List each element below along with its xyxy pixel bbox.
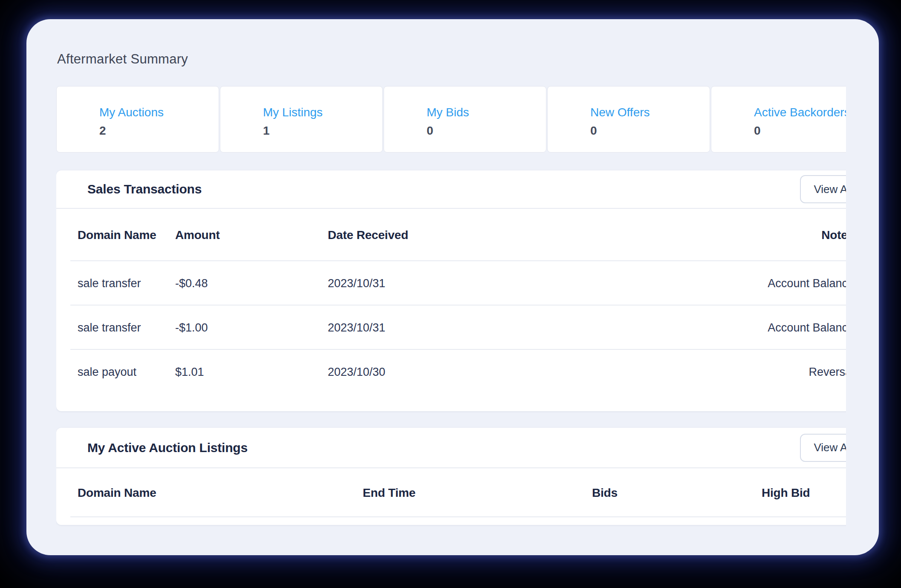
active-auction-listings-card: My Active Auction Listings View All Doma… bbox=[56, 428, 846, 525]
sales-column-header-domain-name: Domain Name bbox=[78, 228, 156, 242]
cell-date-received: 2023/10/31 bbox=[328, 277, 385, 290]
stat-link-my-bids[interactable]: My Bids bbox=[427, 106, 469, 119]
stat-link-my-auctions[interactable]: My Auctions bbox=[99, 106, 164, 119]
active-auction-listings-title: My Active Auction Listings bbox=[87, 441, 248, 455]
aftermarket-summary-panel: Aftermarket Summary My Auctions 2 My Lis… bbox=[26, 19, 879, 555]
page-background: { "header": { "title": "Aftermarket Summ… bbox=[0, 0, 901, 588]
sales-view-all-button[interactable]: View All bbox=[800, 175, 846, 203]
auctions-table-header-row: Domain Name End Time Bids High Bid bbox=[56, 468, 846, 517]
cell-date-received: 2023/10/31 bbox=[328, 321, 385, 334]
sales-table-header-row: Domain Name Amount Date Received Notes bbox=[56, 209, 846, 261]
content: Aftermarket Summary My Auctions 2 My Lis… bbox=[56, 51, 846, 525]
sales-column-header-date-received: Date Received bbox=[328, 228, 408, 242]
stat-link-active-backorders[interactable]: Active Backorders bbox=[754, 106, 846, 119]
cell-amount: -$1.00 bbox=[175, 321, 208, 334]
stat-value-my-listings: 1 bbox=[263, 124, 382, 138]
sales-transactions-card: Sales Transactions View All Domain Name … bbox=[56, 170, 846, 411]
stat-card-my-listings: My Listings 1 bbox=[220, 86, 383, 153]
cell-date-received: 2023/10/30 bbox=[328, 366, 385, 379]
stat-link-my-listings[interactable]: My Listings bbox=[263, 106, 323, 119]
stat-value-active-backorders: 0 bbox=[754, 124, 846, 138]
cell-domain-name: sale payout bbox=[78, 366, 136, 379]
stat-card-my-bids: My Bids 0 bbox=[384, 86, 546, 153]
cell-domain-name: sale transfer bbox=[78, 321, 141, 334]
stat-card-my-auctions: My Auctions 2 bbox=[56, 86, 219, 153]
cell-amount: $1.01 bbox=[175, 366, 204, 379]
sales-transactions-title: Sales Transactions bbox=[87, 182, 202, 196]
stat-value-my-bids: 0 bbox=[427, 124, 546, 138]
stat-value-my-auctions: 2 bbox=[99, 124, 219, 138]
sales-table-row: sale transfer -$1.00 2023/10/31 Account … bbox=[56, 306, 846, 350]
stat-link-new-offers[interactable]: New Offers bbox=[590, 106, 650, 119]
cell-notes: Reversal bbox=[809, 366, 846, 379]
sales-column-header-notes: Notes bbox=[821, 228, 846, 242]
auctions-column-header-end-time: End Time bbox=[363, 486, 416, 500]
cell-amount: -$0.48 bbox=[175, 277, 208, 290]
sales-column-header-amount: Amount bbox=[175, 228, 220, 242]
cell-domain-name: sale transfer bbox=[78, 277, 141, 290]
sales-table-row: sale transfer -$0.48 2023/10/31 Account … bbox=[56, 261, 846, 306]
content-clip-area: Aftermarket Summary My Auctions 2 My Lis… bbox=[56, 19, 846, 555]
stats-row: My Auctions 2 My Listings 1 My Bids 0 Ne… bbox=[56, 86, 846, 153]
sales-transactions-header: Sales Transactions View All bbox=[56, 170, 846, 209]
auctions-view-all-button[interactable]: View All bbox=[800, 434, 846, 462]
page-title: Aftermarket Summary bbox=[57, 51, 846, 67]
stat-card-active-backorders: Active Backorders 0 bbox=[711, 86, 846, 153]
auctions-column-header-bids: Bids bbox=[592, 486, 618, 500]
active-auction-listings-header: My Active Auction Listings View All bbox=[56, 428, 846, 468]
cell-notes: Account Balance bbox=[768, 321, 846, 334]
stat-value-new-offers: 0 bbox=[590, 124, 710, 138]
auctions-column-header-domain-name: Domain Name bbox=[78, 486, 156, 500]
auctions-column-header-high-bid: High Bid bbox=[762, 486, 810, 500]
sales-table-row: sale payout $1.01 2023/10/30 Reversal bbox=[56, 350, 846, 394]
stat-card-new-offers: New Offers 0 bbox=[547, 86, 710, 153]
cell-notes: Account Balance bbox=[768, 277, 846, 290]
